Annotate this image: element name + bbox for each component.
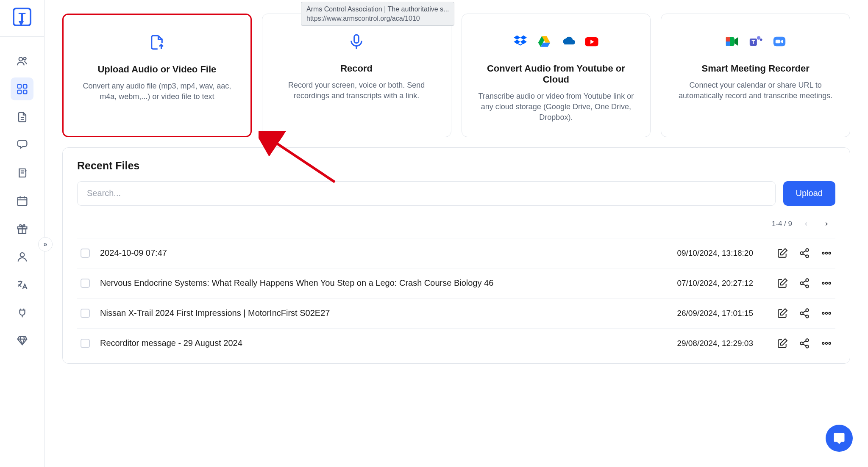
card-record-desc: Record your screen, voice or both. Send … [276, 80, 437, 101]
google-drive-icon [537, 34, 551, 50]
nav-team[interactable] [11, 50, 33, 72]
row-checkbox[interactable] [81, 339, 90, 348]
edit-icon[interactable] [777, 248, 788, 259]
more-icon[interactable] [821, 248, 832, 259]
nav-calendar[interactable] [11, 189, 33, 212]
chat-fab[interactable] [826, 425, 853, 452]
file-date: 29/08/2024, 12:29:03 [658, 339, 753, 348]
svg-line-37 [803, 254, 806, 255]
file-row[interactable]: Nervous Endocrine Systems: What Really H… [77, 268, 835, 298]
svg-point-41 [806, 279, 809, 282]
nav-notes[interactable] [11, 161, 33, 184]
pager-range: 1-4 / 9 [772, 220, 792, 228]
svg-point-62 [822, 342, 824, 344]
file-name: Recorditor message - 29 August 2024 [100, 338, 648, 348]
search-input[interactable] [77, 181, 776, 206]
svg-point-56 [829, 312, 830, 314]
recent-files-title: Recent Files [77, 160, 835, 172]
svg-point-55 [826, 312, 827, 314]
row-actions [777, 338, 832, 349]
svg-point-42 [800, 282, 803, 285]
svg-line-53 [803, 314, 806, 315]
file-list: 2024-10-09 07:47 09/10/2024, 13:18:20 Ne… [77, 238, 835, 358]
divider [0, 36, 44, 37]
row-checkbox[interactable] [81, 279, 90, 288]
file-name: Nissan X-Trail 2024 First Impressions | … [100, 308, 648, 318]
sidebar: T [0, 0, 45, 467]
more-icon[interactable] [821, 278, 832, 289]
upload-button[interactable]: Upload [783, 181, 835, 206]
nav-language[interactable] [11, 273, 33, 296]
file-date: 07/10/2024, 20:27:12 [658, 279, 753, 288]
file-upload-icon [148, 33, 166, 53]
row-checkbox[interactable] [81, 249, 90, 258]
file-name: Nervous Endocrine Systems: What Really H… [100, 278, 648, 288]
svg-rect-20 [354, 35, 359, 43]
nav-gift[interactable] [11, 217, 33, 240]
pager-prev[interactable] [800, 218, 812, 230]
svg-point-34 [800, 251, 803, 254]
svg-text:T: T [751, 39, 755, 45]
dropbox-icon [513, 34, 528, 50]
share-icon[interactable] [799, 338, 810, 349]
zoom-icon [772, 34, 787, 50]
svg-point-30 [760, 39, 762, 41]
more-icon[interactable] [821, 308, 832, 319]
svg-rect-26 [726, 41, 730, 46]
edit-icon[interactable] [777, 278, 788, 289]
svg-point-59 [806, 345, 809, 348]
nav-chats[interactable] [11, 133, 33, 156]
svg-line-60 [803, 341, 806, 343]
youtube-icon [584, 34, 599, 50]
file-date: 26/09/2024, 17:01:15 [658, 309, 753, 318]
svg-line-36 [803, 251, 806, 252]
google-meet-icon [725, 34, 739, 50]
link-tooltip: Arms Control Association | The authorita… [301, 2, 454, 26]
svg-point-39 [826, 252, 827, 254]
svg-line-44 [803, 281, 806, 282]
svg-point-17 [20, 252, 24, 257]
edit-icon[interactable] [777, 308, 788, 319]
svg-point-51 [806, 315, 809, 318]
nav-profile[interactable] [11, 245, 33, 268]
share-icon[interactable] [799, 278, 810, 289]
row-actions [777, 278, 832, 289]
nav-dashboard[interactable] [11, 77, 33, 100]
card-upload-title: Upload Audio or Video File [97, 64, 216, 75]
svg-point-57 [806, 339, 809, 342]
svg-line-61 [803, 344, 806, 345]
nav-integrations[interactable] [11, 301, 33, 324]
svg-point-48 [829, 282, 830, 284]
card-upload[interactable]: Upload Audio or Video File Convert any a… [62, 14, 252, 137]
svg-point-50 [800, 312, 803, 315]
nav-premium[interactable] [11, 329, 33, 352]
microphone-icon [348, 33, 365, 52]
recent-files-panel: Recent Files Upload 1-4 / 9 2024-10-09 0… [62, 147, 850, 364]
record-icon-row [348, 30, 365, 55]
svg-point-54 [822, 312, 824, 314]
edit-icon[interactable] [777, 338, 788, 349]
svg-line-45 [803, 284, 806, 285]
ms-teams-icon: T [748, 34, 763, 50]
file-row[interactable]: 2024-10-09 07:47 09/10/2024, 13:18:20 [77, 238, 835, 268]
nav-files[interactable] [11, 105, 33, 128]
svg-point-0 [19, 57, 22, 61]
share-icon[interactable] [799, 308, 810, 319]
file-date: 09/10/2024, 13:18:20 [658, 249, 753, 258]
svg-point-29 [757, 36, 760, 40]
pager: 1-4 / 9 [77, 213, 835, 238]
more-icon[interactable] [821, 338, 832, 349]
card-meeting[interactable]: T Smart Meeting Recorder Connect your ca… [661, 14, 850, 137]
file-row[interactable]: Nissan X-Trail 2024 First Impressions | … [77, 298, 835, 328]
pager-next[interactable] [820, 218, 833, 230]
card-cloud[interactable]: Convert Audio from Youtube or Cloud Tran… [462, 14, 651, 137]
share-icon[interactable] [799, 248, 810, 259]
action-cards: Upload Audio or Video File Convert any a… [62, 14, 850, 137]
file-row[interactable]: Recorditor message - 29 August 2024 29/0… [77, 328, 835, 358]
nav [11, 50, 33, 352]
card-upload-desc: Convert any audio file (mp3, mp4, wav, a… [76, 81, 237, 102]
card-record[interactable]: Record Record your screen, voice or both… [262, 14, 451, 137]
app-logo[interactable]: T [13, 8, 31, 26]
row-checkbox[interactable] [81, 309, 90, 318]
svg-rect-5 [23, 90, 26, 93]
